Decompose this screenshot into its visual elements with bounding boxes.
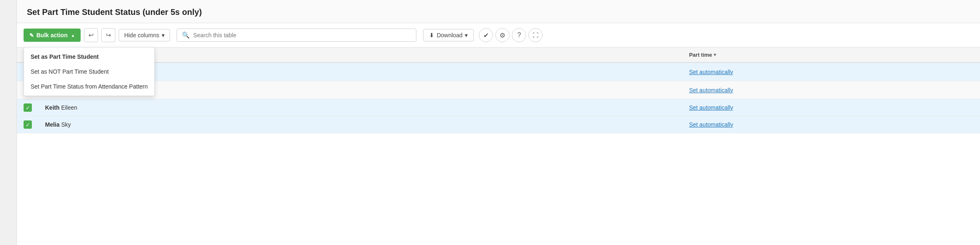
panel-header: Set Part Time Student Status (under 5s o… bbox=[17, 0, 980, 23]
parttime-cell: Set automatically bbox=[682, 99, 980, 116]
pencil-icon: ✎ bbox=[29, 32, 34, 38]
toolbar-right-icons: ✔ ⚙ ? ⛶ bbox=[479, 28, 543, 42]
set-automatically-link[interactable]: Set automatically bbox=[689, 104, 733, 111]
hide-columns-button[interactable]: Hide columns ▾ bbox=[119, 29, 170, 41]
redo-icon: ↪ bbox=[106, 31, 111, 39]
parttime-cell: Set automatically bbox=[682, 62, 980, 81]
table-header-row: ▾ Part time ▾ bbox=[17, 48, 980, 62]
bulk-action-label: Bulk action bbox=[36, 32, 67, 38]
checkbox-checked[interactable]: ✓ bbox=[24, 103, 32, 112]
checkbox-cell[interactable]: ✓ bbox=[17, 99, 38, 116]
checkbox-cell[interactable]: ✓ bbox=[17, 116, 38, 133]
hide-columns-chevron: ▾ bbox=[162, 32, 165, 38]
set-automatically-link[interactable]: Set automatically bbox=[689, 87, 733, 94]
table-row: ✓Keith EileenSet automatically bbox=[17, 99, 980, 116]
undo-icon: ↩ bbox=[88, 31, 94, 39]
col-header-parttime: Part time ▾ bbox=[682, 48, 980, 62]
col-parttime-label: Part time bbox=[689, 52, 712, 58]
students-table: ▾ Part time ▾ Set automaticallyJones Ste… bbox=[17, 48, 980, 133]
settings-button[interactable]: ⚙ bbox=[495, 28, 509, 42]
redo-button[interactable]: ↪ bbox=[101, 28, 115, 42]
tasks-button[interactable]: ✔ bbox=[479, 28, 493, 42]
help-button[interactable]: ? bbox=[512, 28, 526, 42]
download-chevron: ▾ bbox=[465, 32, 468, 38]
col-parttime-chevron: ▾ bbox=[714, 52, 716, 58]
parttime-cell: Set automatically bbox=[682, 81, 980, 99]
dropdown-item-set-not-part-time[interactable]: Set as NOT Part Time Student bbox=[24, 64, 154, 79]
expand-button[interactable]: ⛶ bbox=[528, 28, 543, 42]
table-row: Jones StevieSet automatically bbox=[17, 81, 980, 99]
student-name-cell: Melia Sky bbox=[38, 116, 682, 133]
page-title: Set Part Time Student Status (under 5s o… bbox=[27, 7, 202, 17]
search-input[interactable] bbox=[193, 32, 411, 38]
student-name: Keith Eileen bbox=[45, 104, 77, 111]
bulk-action-caret: ▲ bbox=[71, 33, 75, 38]
checkbox-checked[interactable]: ✓ bbox=[24, 120, 32, 129]
table-row: ✓Melia SkySet automatically bbox=[17, 116, 980, 133]
dropdown-item-set-from-attendance[interactable]: Set Part Time Status from Attendance Pat… bbox=[24, 79, 154, 94]
bulk-action-dropdown: Set as Part Time Student Set as NOT Part… bbox=[24, 47, 155, 96]
gear-icon: ⚙ bbox=[500, 31, 505, 39]
parttime-cell: Set automatically bbox=[682, 116, 980, 133]
table-row: Set automatically bbox=[17, 62, 980, 81]
expand-icon: ⛶ bbox=[533, 32, 538, 38]
question-icon: ? bbox=[517, 31, 521, 39]
set-automatically-link[interactable]: Set automatically bbox=[689, 121, 733, 128]
download-label: Download bbox=[437, 32, 462, 38]
download-icon: ⬇ bbox=[429, 32, 434, 38]
tasks-icon: ✔ bbox=[483, 31, 489, 39]
hide-columns-label: Hide columns bbox=[124, 32, 159, 38]
search-icon: 🔍 bbox=[182, 31, 190, 39]
set-automatically-link[interactable]: Set automatically bbox=[689, 69, 733, 75]
table-area: ▾ Part time ▾ Set automaticallyJones Ste… bbox=[17, 48, 980, 245]
dropdown-item-set-part-time[interactable]: Set as Part Time Student bbox=[24, 49, 154, 64]
student-name-cell: Keith Eileen bbox=[38, 99, 682, 116]
download-button[interactable]: ⬇ Download ▾ bbox=[423, 29, 474, 41]
student-name: Melia Sky bbox=[45, 121, 71, 128]
bulk-action-button[interactable]: ✎ Bulk action ▲ bbox=[24, 29, 81, 42]
search-wrapper: 🔍 bbox=[177, 29, 416, 42]
undo-button[interactable]: ↩ bbox=[84, 28, 98, 42]
toolbar: ✎ Bulk action ▲ ↩ ↪ Hide columns ▾ 🔍 bbox=[17, 23, 980, 48]
